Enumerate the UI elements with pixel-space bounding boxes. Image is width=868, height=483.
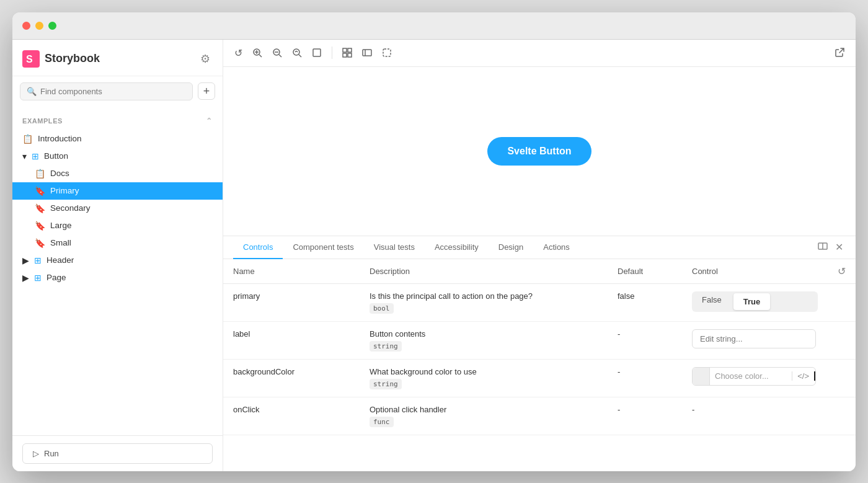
cell-desc-label: Button contents string <box>360 321 608 359</box>
cell-reset-label <box>828 321 856 359</box>
grid-icon-page: ⊞ <box>34 273 42 283</box>
search-input[interactable] <box>40 87 186 96</box>
svg-rect-16 <box>363 50 371 56</box>
reset-zoom-button[interactable] <box>288 44 306 61</box>
cell-name-primary: primary <box>223 283 360 321</box>
bookmark-icon-secondary: 🔖 <box>35 203 45 213</box>
table-row: onClick Optional click handler func - - <box>223 397 856 435</box>
cell-reset-bgcolor <box>828 359 856 397</box>
sidebar: S Storybook ⚙ 🔍 + EXAMPLES ⌃ <box>12 40 223 471</box>
svg-rect-12 <box>343 48 347 52</box>
sidebar-footer: ▷ Run <box>12 435 223 471</box>
run-button[interactable]: ▷ Run <box>22 443 213 464</box>
toggle-false-option[interactable]: False <box>692 291 732 312</box>
controls-table: Name Description Default Control ↺ <box>223 259 856 471</box>
cell-control-primary: False True <box>682 283 828 321</box>
search-box[interactable]: 🔍 <box>20 82 193 100</box>
type-badge-primary: bool <box>370 303 394 314</box>
color-control-bgcolor[interactable]: Choose color... </> <box>692 367 816 386</box>
add-button[interactable]: + <box>198 82 215 100</box>
svg-rect-14 <box>343 53 347 57</box>
close-button[interactable] <box>22 22 30 30</box>
toggle-control-primary[interactable]: False True <box>692 291 818 312</box>
reset-all-button[interactable]: ↺ <box>838 265 846 277</box>
maximize-button[interactable] <box>48 22 56 30</box>
sidebar-item-large[interactable]: 🔖 Large <box>12 217 223 234</box>
panel-close-button[interactable]: ✕ <box>833 239 846 256</box>
tab-component-tests[interactable]: Component tests <box>283 236 363 259</box>
col-header-reset: ↺ <box>828 259 856 284</box>
cell-default-onclick: - <box>608 397 682 435</box>
sidebar-header: S Storybook ⚙ <box>12 40 223 76</box>
cell-desc-bgcolor: What background color to use string <box>360 359 608 397</box>
tabs-bar: Controls Component tests Visual tests Ac… <box>223 236 856 259</box>
bookmark-icon-large: 🔖 <box>35 221 45 231</box>
cell-desc-primary: Is this the principal call to action on … <box>360 283 608 321</box>
tab-visual-tests[interactable]: Visual tests <box>364 236 425 259</box>
cell-control-onclick: - <box>682 397 828 435</box>
zoom-out-button[interactable] <box>268 44 286 61</box>
cell-control-label <box>682 321 828 359</box>
table-row: backgroundColor What background color to… <box>223 359 856 397</box>
type-badge-bgcolor: string <box>370 379 402 389</box>
grid-icon-header: ⊞ <box>34 255 42 265</box>
sidebar-item-button[interactable]: ▾ ⊞ Button <box>12 148 223 165</box>
svg-rect-15 <box>348 53 352 57</box>
expand-icon: ▾ <box>22 151 27 161</box>
panel-split-button[interactable] <box>815 239 830 256</box>
layout-button[interactable] <box>358 44 376 61</box>
svg-rect-11 <box>313 49 321 56</box>
expand-icon-header: ▶ <box>22 255 29 265</box>
sidebar-item-page[interactable]: ▶ ⊞ Page <box>12 269 223 286</box>
cell-name-label: label <box>223 321 360 359</box>
cell-name-bgcolor: backgroundColor <box>223 359 360 397</box>
svg-text:S: S <box>26 54 33 64</box>
tab-accessibility[interactable]: Accessibility <box>425 236 489 259</box>
expand-icon-page: ▶ <box>22 273 29 283</box>
col-header-control: Control <box>682 259 828 284</box>
preview-svelte-button[interactable]: Svelte Button <box>487 137 591 166</box>
bookmark-icon-primary: 🔖 <box>35 186 45 196</box>
settings-button[interactable]: ⚙ <box>198 50 213 68</box>
zoom-in-button[interactable] <box>249 44 266 61</box>
cell-desc-onclick: Optional click handler func <box>360 397 608 435</box>
toolbar-separator-1 <box>332 47 332 59</box>
tab-controls[interactable]: Controls <box>233 236 283 259</box>
run-icon: ▷ <box>33 449 39 458</box>
sidebar-item-introduction[interactable]: 📋 Introduction <box>12 130 223 148</box>
outline-button[interactable] <box>378 44 396 61</box>
table-row: label Button contents string - <box>223 321 856 359</box>
label-string-input[interactable] <box>692 329 816 348</box>
section-header-examples: EXAMPLES ⌃ <box>12 112 223 130</box>
frame-button[interactable] <box>308 44 326 61</box>
type-badge-label: string <box>370 341 402 352</box>
table-row: primary Is this the principal call to ac… <box>223 283 856 321</box>
svg-point-9 <box>293 49 299 55</box>
toggle-true-option[interactable]: True <box>733 293 770 310</box>
minimize-button[interactable] <box>35 22 43 30</box>
refresh-button[interactable]: ↺ <box>231 43 246 63</box>
tab-actions[interactable]: Actions <box>533 236 580 259</box>
main-panel: ↺ <box>223 40 856 471</box>
external-link-button[interactable] <box>831 44 848 61</box>
svg-rect-13 <box>348 48 352 52</box>
sidebar-item-primary[interactable]: 🔖 Primary <box>12 182 223 200</box>
sidebar-item-secondary[interactable]: 🔖 Secondary <box>12 200 223 217</box>
chevron-icon: ⌃ <box>206 117 213 125</box>
sidebar-item-small[interactable]: 🔖 Small <box>12 234 223 252</box>
color-code-button[interactable]: </> <box>792 371 815 381</box>
col-header-default: Default <box>608 259 682 284</box>
svg-rect-18 <box>383 49 391 56</box>
grid-view-button[interactable] <box>339 44 356 61</box>
titlebar <box>12 12 856 40</box>
tab-design[interactable]: Design <box>489 236 533 259</box>
sidebar-logo: S Storybook <box>22 50 100 68</box>
cell-control-bgcolor: Choose color... </> <box>682 359 828 397</box>
bookmark-icon-small: 🔖 <box>35 238 45 248</box>
sidebar-item-header[interactable]: ▶ ⊞ Header <box>12 252 223 269</box>
cell-default-bgcolor: - <box>608 359 682 397</box>
toolbar: ↺ <box>223 40 856 67</box>
color-swatch-bgcolor[interactable] <box>693 368 710 385</box>
bottom-panel: Controls Component tests Visual tests Ac… <box>223 236 856 471</box>
sidebar-item-docs[interactable]: 📋 Docs <box>12 165 223 182</box>
